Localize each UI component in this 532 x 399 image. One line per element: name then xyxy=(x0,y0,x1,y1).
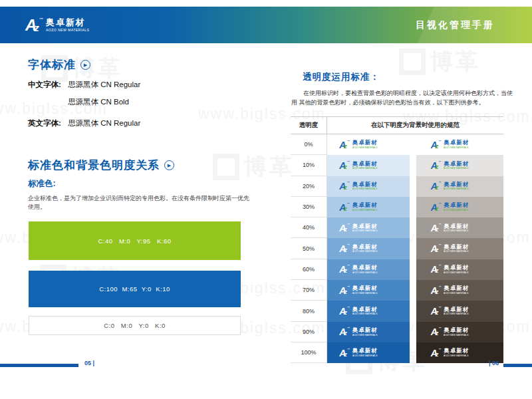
brand-name-cn: 奥卓新材 xyxy=(352,285,398,291)
brand-name-cn: 奥卓新材 xyxy=(46,18,97,27)
watermark-brand-icon xyxy=(399,49,426,75)
page-number-left: 05 | xyxy=(84,360,94,366)
standard-color-subheading: 标准色: xyxy=(28,178,56,190)
gray-usage-cell: Az™奥卓新材AOZO NEW MATERIALS xyxy=(416,155,503,176)
brand-mark-z: z xyxy=(344,289,347,295)
brand-name-en: AOZO NEW MATERIALS xyxy=(352,188,377,190)
brand-name-en: AOZO NEW MATERIALS xyxy=(444,229,468,231)
brand-name-en: AOZO NEW MATERIALS xyxy=(444,209,468,211)
brand-logo-white: Az™奥卓新材AOZO NEW MATERIALS xyxy=(339,265,398,275)
trademark-symbol: ™ xyxy=(39,17,43,21)
brand-names: 奥卓新材AOZO NEW MATERIALS xyxy=(444,140,489,150)
brand-mark: Az™ xyxy=(339,161,350,170)
brand-mark: Az™ xyxy=(339,286,350,295)
brand-mark-z: z xyxy=(344,185,347,191)
brand-mark: Az™ xyxy=(431,307,442,316)
brand-mark-z: z xyxy=(436,247,439,253)
transparency-percent: 10% xyxy=(291,155,327,176)
brand-mark-z: z xyxy=(344,144,347,150)
brand-name-cn: 奥卓新材 xyxy=(352,182,398,188)
transparency-percent: 40% xyxy=(291,217,327,238)
brand-mark-z: z xyxy=(436,331,439,336)
trademark-symbol: ™ xyxy=(438,244,441,247)
brand-name-cn: 奥卓新材 xyxy=(352,244,398,250)
brand-logo-color: Az™奥卓新材AOZO NEW MATERIALS xyxy=(431,140,489,150)
trademark-symbol: ™ xyxy=(347,203,350,205)
trademark-symbol: ™ xyxy=(347,140,350,143)
font-item-label: 中文字体: xyxy=(28,80,68,107)
brand-name-en: AOZO NEW MATERIALS xyxy=(444,188,468,190)
swatch-cmyk-label: C:40 M:0 Y:95 K:60 xyxy=(98,237,171,245)
gray-usage-cell: Az™奥卓新材AOZO NEW MATERIALS xyxy=(416,217,503,238)
gray-usage-cell: Az™奥卓新材AOZO NEW MATERIALS xyxy=(416,134,503,155)
play-glyph: ▶ xyxy=(168,163,172,168)
brand-mark: Az™ xyxy=(339,348,350,358)
brand-name-en: AOZO NEW MATERIALS xyxy=(352,209,377,211)
transparency-percent: 100% xyxy=(291,342,327,363)
brand-logo: Az™ 奥卓新材 AOZO NEW MATERIALS xyxy=(25,17,97,33)
transparency-description: 在使用标识时，要检查背景色彩的明暗程度，以决定该使用何种色彩方式，当使用 其他的… xyxy=(291,88,513,108)
transparency-percent: 50% xyxy=(291,238,327,259)
brand-names: 奥卓新材AOZO NEW MATERIALS xyxy=(352,182,398,192)
trademark-symbol: ™ xyxy=(347,182,350,184)
watermark-brand: 博革 xyxy=(213,152,295,182)
brand-names: 奥卓新材AOZO NEW MATERIALS xyxy=(444,223,489,233)
trademark-symbol: ™ xyxy=(347,223,350,226)
trademark-symbol: ™ xyxy=(438,182,441,184)
brand-names: 奥卓新材AOZO NEW MATERIALS xyxy=(352,265,398,275)
font-item-value: 思源黑体 CN Bold xyxy=(68,97,140,107)
trademark-symbol: ™ xyxy=(438,286,441,289)
trademark-symbol: ™ xyxy=(347,161,350,164)
brand-logo-white: Az™奥卓新材AOZO NEW MATERIALS xyxy=(339,307,398,317)
brand-name-cn: 奥卓新材 xyxy=(352,223,398,229)
blue-usage-cell: Az™奥卓新材AOZO NEW MATERIALS xyxy=(327,259,410,280)
trademark-symbol: ™ xyxy=(347,265,350,267)
brand-mark: Az™ xyxy=(431,265,442,274)
brand-logo-color: Az™奥卓新材AOZO NEW MATERIALS xyxy=(431,202,489,212)
standard-color-swatch: C:40 M:0 Y:95 K:60 xyxy=(29,221,241,260)
brand-mark-z: z xyxy=(436,144,439,150)
blue-background-column: Az™奥卓新材AOZO NEW MATERIALSAz™奥卓新材AOZO NEW… xyxy=(327,134,410,363)
brand-name-en: AOZO NEW MATERIALS xyxy=(444,271,468,273)
trademark-symbol: ™ xyxy=(347,307,350,309)
brand-logo-white: Az™奥卓新材AOZO NEW MATERIALS xyxy=(339,223,398,233)
brand-mark: Az™ xyxy=(431,182,442,191)
blue-usage-cell: Az™奥卓新材AOZO NEW MATERIALS xyxy=(327,134,410,155)
brand-names: 奥卓新材AOZO NEW MATERIALS xyxy=(352,307,398,317)
brand-names: 奥卓新材AOZO NEW MATERIALS xyxy=(352,140,398,150)
brand-name-en: AOZO NEW MATERIALS xyxy=(46,28,89,31)
trademark-symbol: ™ xyxy=(347,244,350,247)
brand-name-en: AOZO NEW MATERIALS xyxy=(352,354,377,356)
font-item: 中文字体:思源黑体 CN Regular思源黑体 CN Bold xyxy=(28,80,140,107)
gray-background-column: Az™奥卓新材AOZO NEW MATERIALSAz™奥卓新材AOZO NEW… xyxy=(416,134,503,363)
blue-usage-cell: Az™奥卓新材AOZO NEW MATERIALS xyxy=(327,301,410,321)
color-swatches: C:40 M:0 Y:95 K:60C:100 M:65 Y:0 K:10C:0… xyxy=(29,221,241,335)
page-number-right: | 06 xyxy=(489,360,499,366)
trademark-symbol: ™ xyxy=(438,327,441,330)
brand-name-cn: 奥卓新材 xyxy=(352,307,398,313)
brand-mark: Az™ xyxy=(431,327,442,336)
transparency-percent: 20% xyxy=(291,176,327,197)
blue-usage-cell: Az™奥卓新材AOZO NEW MATERIALS xyxy=(327,217,410,238)
brand-names: 奥卓新材AOZO NEW MATERIALS xyxy=(352,244,398,254)
brand-name-cn: 奥卓新材 xyxy=(444,265,489,271)
brand-names: 奥卓新材AOZO NEW MATERIALS xyxy=(444,244,489,254)
brand-name-en: AOZO NEW MATERIALS xyxy=(444,313,468,315)
brand-logo-white: Az™奥卓新材AOZO NEW MATERIALS xyxy=(339,327,398,337)
trademark-symbol: ™ xyxy=(347,327,350,330)
brand-name-cn: 奥卓新材 xyxy=(444,182,489,188)
brand-logo-color: Az™奥卓新材AOZO NEW MATERIALS xyxy=(339,182,398,192)
brand-name-en: AOZO NEW MATERIALS xyxy=(352,251,377,253)
brand-mark-z: z xyxy=(436,289,439,295)
brand-mark-z: z xyxy=(436,352,439,358)
trademark-symbol: ™ xyxy=(438,161,441,164)
usage-column-header: 在以下明度为背景时使用的规范 xyxy=(327,117,503,134)
transparency-percent: 80% xyxy=(291,301,327,321)
brand-name-en: AOZO NEW MATERIALS xyxy=(352,229,377,231)
brand-names: 奥卓新材AOZO NEW MATERIALS xyxy=(444,202,489,212)
trademark-symbol: ™ xyxy=(347,286,350,289)
font-item-value: 思源黑体 CN Regular xyxy=(68,80,140,90)
brand-mark: Az™ xyxy=(431,140,442,150)
brand-mark: Az™ xyxy=(431,244,442,253)
transparency-heading: 透明度运用标准： xyxy=(303,71,380,83)
